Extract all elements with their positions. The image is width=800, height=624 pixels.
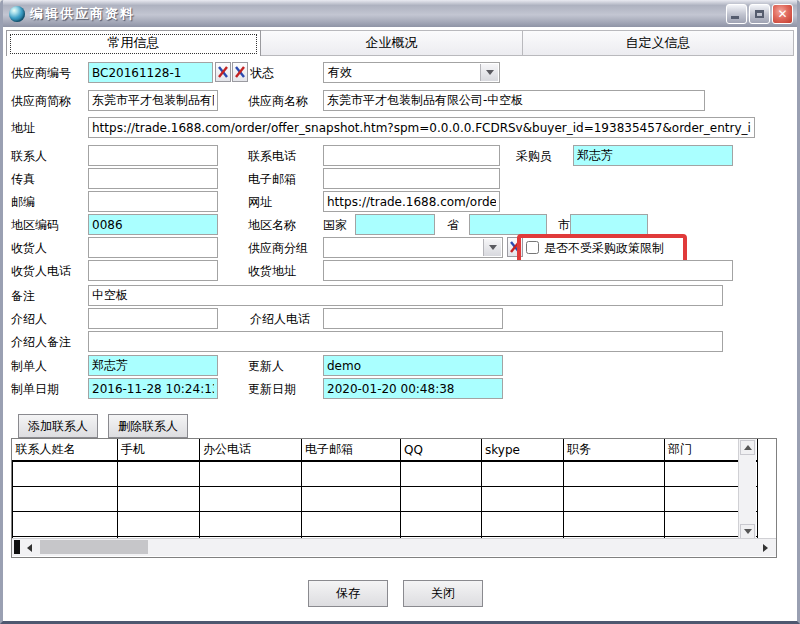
creator-input[interactable] [88, 355, 218, 376]
introducer-input[interactable] [88, 308, 218, 329]
cross-marker-icon [217, 65, 229, 79]
phone-input[interactable] [323, 145, 500, 166]
fax-input[interactable] [88, 168, 218, 189]
web-input[interactable] [323, 191, 500, 212]
introducer-phone-label: 介绍人电话 [250, 309, 310, 329]
cell[interactable] [482, 512, 564, 537]
country-input[interactable] [355, 214, 435, 235]
scroll-up-button[interactable] [740, 440, 755, 455]
cell[interactable] [564, 487, 665, 512]
minimize-icon [731, 16, 739, 19]
province-input[interactable] [469, 214, 547, 235]
web-label: 网址 [248, 192, 272, 212]
close-dialog-button[interactable]: 关闭 [403, 580, 483, 607]
buyer-input[interactable] [573, 145, 733, 166]
cell[interactable] [401, 461, 482, 487]
introducer-remark-input[interactable] [88, 331, 723, 352]
updater-input[interactable] [323, 355, 503, 376]
cell[interactable] [482, 461, 564, 487]
cell[interactable] [118, 487, 200, 512]
cell[interactable] [302, 512, 401, 537]
policy-checkbox[interactable] [526, 241, 539, 254]
tab-common-info[interactable]: 常用信息 [6, 30, 261, 56]
delivery-addr-input[interactable] [323, 260, 733, 281]
cell[interactable] [564, 512, 665, 537]
address-input[interactable] [88, 117, 755, 138]
table-row[interactable] [13, 461, 758, 487]
col-office-phone[interactable]: 办公电话 [200, 439, 302, 461]
cell[interactable] [564, 461, 665, 487]
cell[interactable] [13, 512, 118, 537]
contact-grid: 联系人姓名 手机 办公电话 电子邮箱 QQ skype 职务 部门 [11, 438, 777, 558]
group-dropdown[interactable] [323, 237, 503, 258]
save-button[interactable]: 保存 [308, 580, 388, 607]
remark-input[interactable] [88, 285, 723, 306]
cell[interactable] [200, 512, 302, 537]
delete-contact-button[interactable]: 删除联系人 [108, 414, 188, 438]
consignee-input[interactable] [88, 237, 218, 258]
city-input[interactable] [570, 214, 648, 235]
buyer-label: 采购员 [516, 146, 552, 166]
scroll-left-button[interactable] [22, 541, 36, 554]
cell[interactable] [401, 512, 482, 537]
cell[interactable] [118, 461, 200, 487]
contact-input[interactable] [88, 145, 218, 166]
scrollbar-edge-mark [14, 540, 20, 554]
minimize-button[interactable] [726, 4, 747, 24]
area-code-label: 地区编码 [11, 215, 59, 235]
col-skype[interactable]: skype [482, 439, 564, 461]
zip-input[interactable] [88, 191, 218, 212]
full-name-input[interactable] [323, 90, 705, 111]
add-contact-button[interactable]: 添加联系人 [18, 414, 98, 438]
cell[interactable] [401, 487, 482, 512]
lookup-button-2[interactable] [232, 62, 248, 82]
cell[interactable] [200, 487, 302, 512]
col-email[interactable]: 电子邮箱 [302, 439, 401, 461]
status-dropdown[interactable]: 有效 [323, 62, 500, 83]
col-title[interactable]: 职务 [564, 439, 665, 461]
update-date-input[interactable] [323, 378, 503, 399]
chevron-down-icon [486, 70, 494, 75]
title-bar[interactable]: 编辑供应商资料 ✕ [3, 0, 797, 27]
cell[interactable] [13, 487, 118, 512]
globe-icon [9, 6, 25, 22]
contact-label: 联系人 [11, 146, 47, 166]
updater-label: 更新人 [248, 356, 284, 376]
table-row[interactable] [13, 487, 758, 512]
col-contact-name[interactable]: 联系人姓名 [13, 439, 118, 461]
creator-label: 制单人 [11, 356, 47, 376]
horizontal-scrollbar[interactable] [12, 538, 776, 556]
scroll-right-button[interactable] [758, 541, 772, 554]
group-dropdown-button[interactable] [483, 239, 501, 256]
short-name-input[interactable] [88, 90, 218, 111]
consignee-phone-input[interactable] [88, 260, 218, 281]
col-mobile[interactable]: 手机 [118, 439, 200, 461]
create-date-input[interactable] [88, 378, 218, 399]
tab-custom-info[interactable]: 自定义信息 [523, 30, 794, 56]
delivery-addr-label: 收货地址 [248, 261, 296, 281]
cell[interactable] [482, 487, 564, 512]
horizontal-scroll-thumb[interactable] [40, 540, 148, 554]
status-dropdown-button[interactable] [480, 64, 498, 81]
email-input[interactable] [323, 168, 500, 189]
phone-label: 联系电话 [248, 146, 296, 166]
cell[interactable] [302, 461, 401, 487]
contact-grid-viewport: 联系人姓名 手机 办公电话 电子邮箱 QQ skype 职务 部门 [12, 439, 758, 540]
area-code-input[interactable] [88, 214, 218, 235]
supplier-no-input[interactable] [88, 62, 213, 83]
policy-checkbox-label: 是否不受采购政策限制 [544, 238, 664, 258]
cell[interactable] [13, 461, 118, 487]
cell[interactable] [118, 512, 200, 537]
scroll-down-button[interactable] [740, 524, 755, 539]
vertical-scrollbar[interactable] [738, 439, 756, 540]
tab-company-overview[interactable]: 企业概况 [261, 30, 523, 56]
col-qq[interactable]: QQ [401, 439, 482, 461]
introducer-phone-input[interactable] [323, 308, 503, 329]
maximize-button[interactable] [749, 4, 770, 24]
group-lookup-button[interactable] [507, 237, 523, 257]
table-row[interactable] [13, 512, 758, 537]
lookup-button-1[interactable] [215, 62, 231, 82]
cell[interactable] [302, 487, 401, 512]
cell[interactable] [200, 461, 302, 487]
close-button[interactable]: ✕ [772, 4, 793, 24]
